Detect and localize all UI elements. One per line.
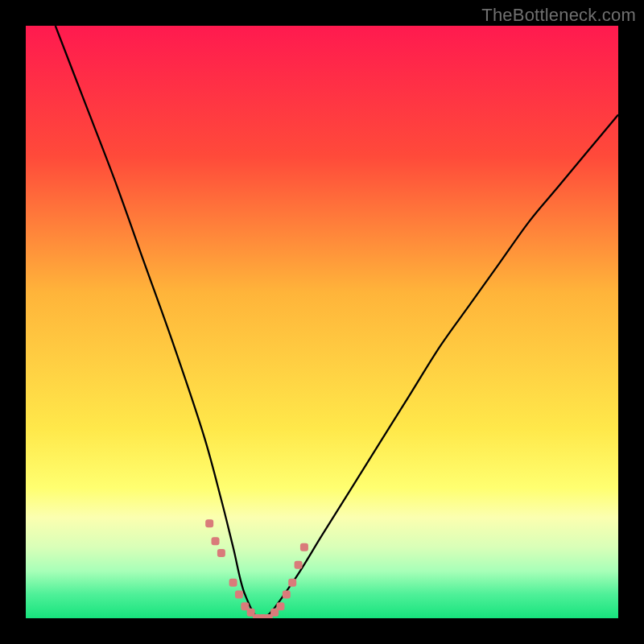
marker-point: [212, 537, 220, 545]
marker-point: [229, 579, 237, 587]
chart-frame: TheBottleneck.com: [0, 0, 644, 644]
marker-point: [235, 591, 243, 599]
marker-point: [283, 591, 291, 599]
marker-point: [288, 579, 296, 587]
marker-point: [205, 519, 213, 527]
bottleneck-markers: [205, 519, 308, 618]
marker-point: [276, 602, 284, 610]
plot-area: [26, 26, 618, 618]
bottleneck-curve: [56, 26, 618, 618]
marker-point: [295, 561, 303, 569]
marker-point: [300, 543, 308, 551]
marker-point: [217, 549, 225, 557]
curve-layer: [26, 26, 618, 618]
watermark-text: TheBottleneck.com: [481, 5, 636, 26]
